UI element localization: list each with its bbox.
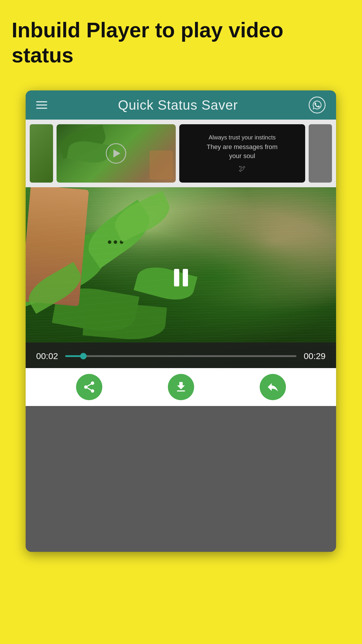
hamburger-menu-button[interactable] xyxy=(36,101,47,109)
progress-thumb[interactable] xyxy=(80,353,87,359)
phone-frame: Quick Status Saver Al xyxy=(26,90,336,552)
thumbnail-video-1[interactable] xyxy=(57,124,176,183)
thumbnail-strip: Always trust your instincts They are mes… xyxy=(26,120,336,187)
reply-icon xyxy=(266,380,280,394)
bottom-dark-area xyxy=(26,406,336,552)
share-icon xyxy=(82,380,96,394)
progress-fill xyxy=(65,355,84,357)
quote-text: Always trust your instincts They are mes… xyxy=(207,133,277,173)
pause-button[interactable] xyxy=(174,269,188,286)
progress-track[interactable] xyxy=(65,355,296,357)
video-player: 00:02 00:29 xyxy=(26,187,336,406)
leaf-decoration-4 xyxy=(133,262,197,305)
current-time: 00:02 xyxy=(36,351,59,361)
thumbnail-partial-right[interactable] xyxy=(309,124,332,183)
play-button-icon[interactable] xyxy=(106,143,126,164)
thumbnail-quote[interactable]: Always trust your instincts They are mes… xyxy=(179,124,305,183)
download-button[interactable] xyxy=(168,374,194,400)
thumbnail-partial-left[interactable] xyxy=(30,124,53,183)
app-title: Quick Status Saver xyxy=(118,97,238,113)
total-time: 00:29 xyxy=(302,351,326,361)
pause-icon xyxy=(174,269,188,286)
app-toolbar: Quick Status Saver xyxy=(26,90,336,120)
whatsapp-icon xyxy=(312,100,322,110)
reply-button[interactable] xyxy=(260,374,286,400)
share-button[interactable] xyxy=(76,374,102,400)
video-display-area[interactable]: 00:02 00:29 xyxy=(26,187,336,368)
page-heading: Inbuild Player to play video status xyxy=(0,0,362,77)
download-icon xyxy=(174,380,188,394)
action-bar xyxy=(26,368,336,406)
video-controls: 00:02 00:29 xyxy=(26,342,336,368)
whatsapp-button[interactable] xyxy=(309,97,326,113)
